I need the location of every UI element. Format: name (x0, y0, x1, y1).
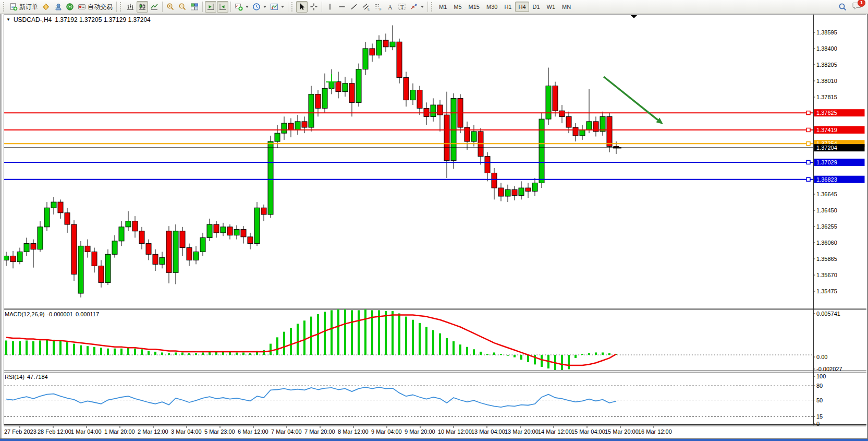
periods-button[interactable] (251, 1, 268, 13)
toolbar-drag-handle[interactable] (120, 2, 123, 11)
candle-down (132, 221, 138, 231)
toolbar-drag-handle[interactable] (3, 2, 6, 11)
fibonacci-tool-button[interactable]: F (372, 1, 384, 13)
candle-up (24, 244, 29, 252)
window-left-border (0, 14, 4, 441)
svg-text:1.36450: 1.36450 (816, 207, 837, 213)
price-level-lines[interactable]: 1.376251.374191.372541.370291.36823 (4, 109, 865, 183)
line-chart-icon (150, 3, 158, 11)
search-icon[interactable] (838, 3, 847, 11)
tile-windows-button[interactable] (189, 1, 200, 13)
line-chart-mode-button[interactable] (149, 1, 160, 13)
svg-text:1.37029: 1.37029 (816, 159, 837, 165)
candle-up (51, 202, 56, 208)
candle-down (65, 213, 70, 224)
timeframe-button-h4[interactable]: H4 (515, 2, 529, 12)
label-tool-button[interactable]: T (396, 1, 408, 13)
time-axis[interactable]: 27 Feb 202328 Feb 12:001 Mar 04:001 Mar … (4, 426, 672, 435)
cursor-tool-button[interactable] (296, 1, 308, 13)
toolbar-drag-handle[interactable] (291, 2, 295, 11)
dropdown-caret-icon (421, 6, 424, 8)
auto-scroll-button[interactable] (217, 1, 228, 13)
svg-text:14 Mar 12:00: 14 Mar 12:00 (538, 428, 572, 435)
horizontal-line-tool-button[interactable] (336, 1, 348, 13)
signal-waves-icon (66, 3, 74, 11)
channel-tool-button[interactable]: E (360, 1, 372, 13)
candle-down (227, 227, 233, 235)
svg-text:1.37204: 1.37204 (816, 145, 837, 151)
rsi-axis[interactable]: 1008050150 (813, 373, 826, 427)
autotrading-button[interactable]: 自动交易 (76, 1, 114, 13)
timeframe-button-w1[interactable]: W1 (544, 2, 559, 12)
svg-text:0.00: 0.00 (816, 354, 827, 360)
text-tool-button[interactable]: A (384, 1, 396, 13)
timeframe-button-mn[interactable]: MN (559, 2, 574, 12)
timeframe-button-h1[interactable]: H1 (501, 2, 515, 12)
dropdown-caret-icon (281, 6, 284, 8)
candle-up (44, 208, 50, 227)
timeframe-button-m30[interactable]: M30 (483, 2, 500, 12)
candle-down (417, 90, 422, 108)
candle-up (343, 84, 348, 92)
candle-up (193, 252, 199, 260)
candle-up (173, 231, 178, 272)
trendline-tool-button[interactable] (348, 1, 360, 13)
market-watch-button[interactable] (40, 1, 52, 13)
macd-axis[interactable]: 0.0057410.00-0.002027 (813, 311, 842, 372)
templates-button[interactable] (268, 1, 286, 13)
new-order-button[interactable]: 新订单 (8, 1, 40, 13)
candle-down (559, 111, 565, 116)
svg-text:1.35670: 1.35670 (816, 272, 837, 278)
add-indicator-button[interactable] (233, 1, 250, 13)
candle-down (566, 116, 571, 127)
candle-up (78, 246, 83, 293)
signals-button[interactable] (64, 1, 76, 13)
candle-down (92, 252, 97, 266)
timeframe-button-m5[interactable]: M5 (450, 2, 464, 12)
crosshair-tool-button[interactable] (308, 1, 320, 13)
candlestick-mode-button[interactable] (137, 1, 148, 13)
rsi-line (6, 387, 616, 407)
timeframe-button-m1[interactable]: M1 (436, 2, 450, 12)
toolbar-separator (230, 2, 231, 12)
dropdown-caret-icon (263, 6, 266, 8)
candle-down (607, 116, 612, 146)
svg-text:6 Mar 12:00: 6 Mar 12:00 (238, 428, 268, 435)
toolbar-drag-handle[interactable] (431, 2, 434, 11)
cursor-arrow-icon (298, 3, 306, 11)
timeframe-button-d1[interactable]: D1 (530, 2, 543, 12)
level-line-handle (806, 111, 810, 115)
bar-chart-mode-button[interactable] (125, 1, 136, 13)
zoom-in-button[interactable] (165, 1, 176, 13)
new-order-label: 新订单 (19, 3, 38, 11)
community-button[interactable] (52, 1, 64, 13)
mt4-application-window: 新订单 自动交易 (0, 0, 868, 441)
notifications-button[interactable]: 1 (852, 2, 862, 12)
zoom-out-button[interactable] (177, 1, 188, 13)
chart-canvas[interactable]: 1.385951.384001.382051.380101.378151.366… (0, 0, 868, 441)
svg-text:100: 100 (816, 373, 826, 379)
trend-arrow-annotation[interactable] (604, 77, 658, 120)
candle-down (404, 78, 409, 100)
chart-annotations[interactable] (326, 74, 663, 124)
current-price-line[interactable]: 1.37204 (4, 144, 865, 151)
candle-down (397, 42, 402, 77)
toolbar-separator (202, 2, 203, 12)
timeframe-button-m15[interactable]: M15 (466, 2, 483, 12)
candle-down (288, 123, 294, 130)
candle-up (126, 221, 131, 227)
svg-text:15 Mar 20:00: 15 Mar 20:00 (605, 428, 639, 435)
chart-dropdown-triangle-icon[interactable]: ▼ (6, 18, 10, 22)
add-indicator-icon (235, 3, 243, 11)
candle-down (214, 224, 219, 233)
chart-shift-button[interactable] (205, 1, 216, 13)
svg-text:-0.002027: -0.002027 (816, 366, 842, 372)
svg-text:1.36823: 1.36823 (816, 176, 837, 183)
candle-up (431, 105, 436, 116)
svg-text:1.36060: 1.36060 (816, 240, 837, 246)
candle-up (586, 122, 592, 130)
chart-template-icon (270, 3, 278, 11)
candle-down (180, 231, 185, 248)
vertical-line-tool-button[interactable] (324, 1, 336, 13)
arrows-tool-button[interactable] (408, 1, 425, 13)
